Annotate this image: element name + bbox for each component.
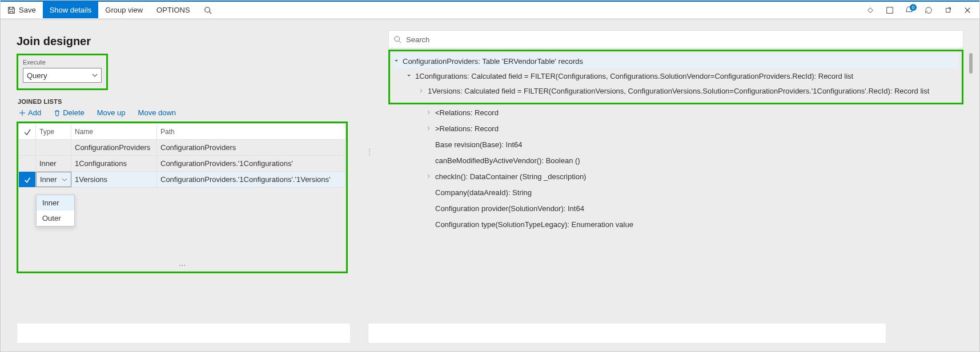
row-checkmark[interactable] (19, 172, 36, 187)
tree-highlight: ConfigurationProviders: Table 'ERVendorT… (388, 50, 963, 104)
office-icon[interactable] (886, 6, 894, 14)
caret-right-icon[interactable] (426, 174, 432, 179)
svg-point-7 (395, 37, 400, 42)
tree-node[interactable]: Configuration type(SolutionTypeLegacy): … (426, 216, 963, 232)
show-details-button[interactable]: Show details (43, 2, 99, 18)
caret-right-icon[interactable] (426, 110, 432, 115)
move-up-button[interactable]: Move up (97, 108, 126, 117)
caret-down-icon[interactable] (393, 59, 399, 63)
tree-node-root[interactable]: ConfigurationProviders: Table 'ERVendorT… (393, 54, 958, 68)
delete-button[interactable]: Delete (54, 108, 85, 117)
tree-node[interactable]: <Relations: Record (426, 104, 963, 120)
search-button[interactable] (197, 2, 219, 18)
add-button[interactable]: Add (19, 108, 41, 117)
dropdown-option-outer[interactable]: Outer (37, 211, 74, 226)
caret-right-icon[interactable] (419, 88, 424, 93)
tree-node[interactable]: Configuration provider(SolutionVendor): … (426, 200, 963, 216)
caret-down-icon[interactable] (406, 74, 412, 78)
col-check[interactable] (19, 124, 36, 139)
search-icon (204, 6, 212, 14)
search-icon (393, 35, 401, 43)
options-tab[interactable]: OPTIONS (150, 2, 197, 18)
table-row-selected[interactable]: Inner 1Versions ConfigurationProviders.'… (19, 172, 346, 188)
scrollbar-thumb[interactable] (969, 53, 973, 74)
page-title: Join designer (17, 35, 351, 48)
joined-lists-grid-highlight: Type Name Path ConfigurationProviders Co… (17, 122, 348, 273)
popout-icon[interactable] (944, 6, 952, 14)
refresh-icon[interactable] (925, 6, 933, 14)
chevron-down-icon (62, 177, 67, 183)
col-path[interactable]: Path (157, 124, 346, 139)
save-icon (7, 6, 15, 14)
caret-right-icon[interactable] (426, 126, 432, 131)
joined-lists-grid: Type Name Path ConfigurationProviders Co… (18, 123, 346, 272)
notifications-icon[interactable]: 0 (905, 6, 913, 14)
execute-highlight: Execute Query (17, 54, 108, 90)
save-label: Save (19, 6, 36, 14)
splitter-handle[interactable]: ⋮ (368, 30, 371, 273)
svg-point-0 (204, 7, 210, 12)
col-name[interactable]: Name (71, 124, 157, 139)
dropdown-option-inner[interactable]: Inner (37, 195, 74, 211)
svg-line-1 (209, 11, 211, 14)
group-view-button[interactable]: Group view (98, 2, 150, 18)
tree-node[interactable]: Base revision(Base): Int64 (426, 136, 963, 152)
footer-panel-right (368, 323, 886, 343)
chevron-down-icon (92, 72, 98, 78)
tree-node[interactable]: >Relations: Record (426, 120, 963, 136)
attach-icon[interactable] (866, 6, 874, 14)
type-dropdown-cell[interactable]: Inner (36, 172, 71, 187)
tree-node[interactable]: checkIn(): DataContainer (String _descri… (426, 168, 963, 184)
trash-icon (54, 110, 61, 116)
close-icon[interactable] (963, 6, 971, 14)
table-row[interactable]: ConfigurationProviders ConfigurationProv… (19, 140, 346, 156)
tree-node-l2[interactable]: 1Versions: Calculated field = FILTER(Con… (419, 83, 958, 98)
footer-panel-left (17, 323, 351, 343)
execute-label: Execute (23, 59, 102, 66)
svg-line-8 (399, 41, 401, 43)
grid-actions: Add Delete Move up Move down (19, 108, 351, 117)
grid-header: Type Name Path (19, 124, 346, 140)
execute-select[interactable]: Query (23, 68, 102, 83)
save-button[interactable]: Save (1, 2, 43, 18)
tree-node[interactable]: canBeModifiedByActiveVendor(): Boolean (… (426, 152, 963, 168)
move-down-button[interactable]: Move down (138, 108, 176, 117)
plus-icon (19, 110, 26, 116)
table-row[interactable]: Inner 1Configurations ConfigurationProvi… (19, 156, 346, 172)
tree-search[interactable]: Search (388, 30, 963, 48)
tree-children: <Relations: Record>Relations: RecordBase… (426, 104, 963, 232)
tree-node-l1[interactable]: 1Configurations: Calculated field = FILT… (406, 68, 958, 83)
tree-node[interactable]: Company(dataAreaId): String (426, 184, 963, 200)
type-dropdown: Inner Outer (36, 195, 75, 226)
action-pane: Save Show details Group view OPTIONS 0 (1, 2, 979, 20)
svg-rect-2 (887, 7, 893, 13)
joined-lists-header: JOINED LISTS (18, 98, 351, 105)
col-type[interactable]: Type (36, 124, 71, 139)
